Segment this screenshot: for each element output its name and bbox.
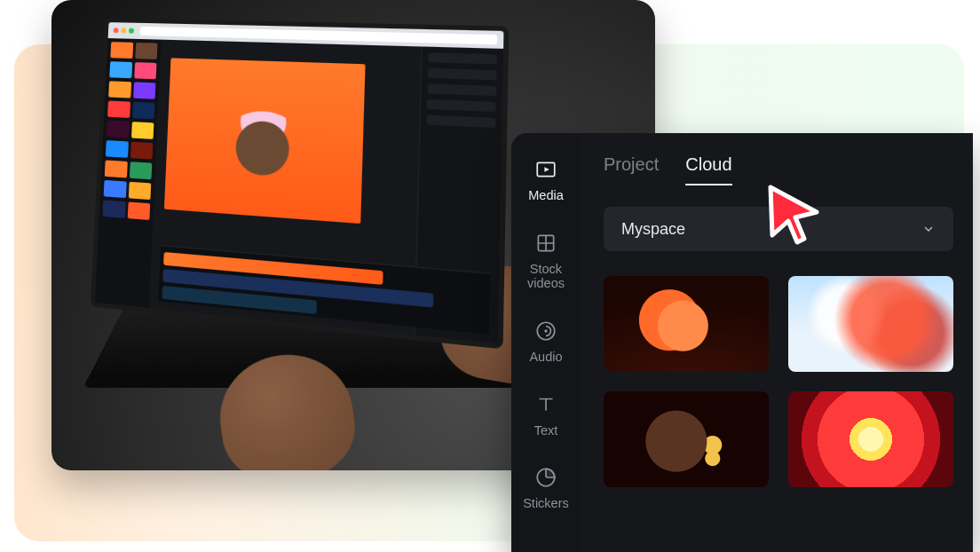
editor-panel: Media Stock videos Audio Text: [511, 133, 973, 552]
media-thumb-dahlia[interactable]: [788, 391, 953, 487]
left-rail: Media Stock videos Audio Text: [511, 133, 581, 552]
mini-editor: [95, 38, 503, 343]
space-selected-label: Myspace: [621, 220, 685, 239]
rail-item-text[interactable]: Text: [534, 393, 558, 438]
rail-label: Media: [528, 188, 564, 203]
cloud-media-grid: [604, 276, 953, 487]
rail-label: Text: [534, 423, 558, 438]
rail-item-audio[interactable]: Audio: [529, 319, 562, 365]
mini-preview-portrait: [164, 58, 366, 224]
panel-main: Project Cloud Myspace: [581, 133, 973, 552]
rail-label: Audio: [529, 350, 562, 365]
svg-point-5: [544, 329, 547, 332]
rail-label: Stickers: [523, 496, 569, 511]
rail-item-media[interactable]: Media: [528, 158, 564, 203]
media-thumb-smoke[interactable]: [788, 276, 953, 372]
tab-cloud[interactable]: Cloud: [685, 154, 731, 185]
space-dropdown[interactable]: Myspace: [604, 207, 953, 251]
media-thumb-woman[interactable]: [604, 391, 769, 487]
text-icon: [534, 393, 557, 416]
rail-item-stock-videos[interactable]: Stock videos: [527, 232, 565, 291]
media-icon: [534, 158, 557, 181]
rail-label: Stock videos: [527, 262, 565, 291]
stock-videos-icon: [534, 232, 557, 255]
stickers-icon: [534, 466, 557, 489]
tab-project[interactable]: Project: [604, 154, 659, 185]
rail-item-stickers[interactable]: Stickers: [523, 466, 569, 511]
chevron-down-icon: [921, 222, 936, 236]
media-tabs: Project Cloud: [604, 154, 953, 185]
audio-icon: [534, 319, 557, 343]
media-thumb-rose[interactable]: [604, 276, 769, 372]
laptop-screen: [91, 18, 510, 350]
